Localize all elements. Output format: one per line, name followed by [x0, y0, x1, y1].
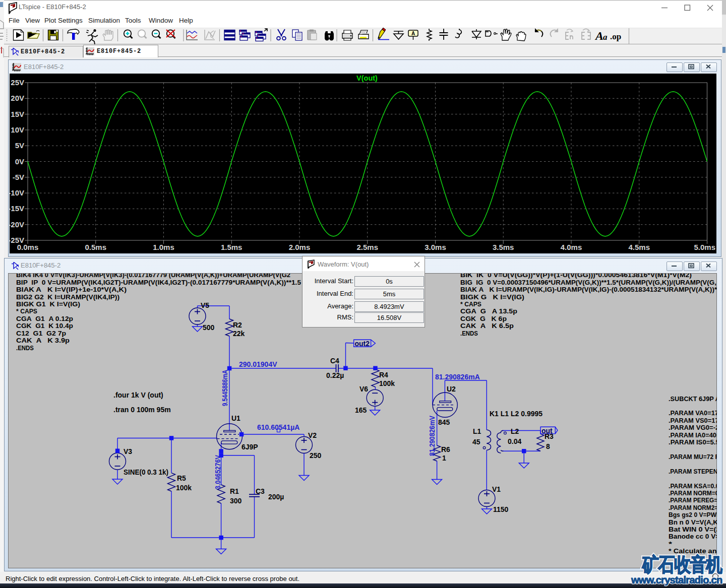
svg-text:R5: R5 — [177, 474, 186, 482]
svg-text:1: 1 — [442, 454, 446, 462]
svg-text:BIAK A K I=V(IP)+1e-10*V(A,K: BIAK A K I=V(IP)+1e-10*V(A,K) — [16, 286, 127, 293]
svg-text:-10V: -10V — [10, 188, 24, 197]
svg-text:.PARAM VA0=170 IA1=.00: .PARAM VA0=170 IA1=.00 — [669, 409, 717, 417]
svg-text:.tran 0 100m 95m: .tran 0 100m 95m — [113, 406, 171, 414]
svg-text:V(out): V(out) — [356, 74, 378, 82]
svg-text:U2: U2 — [447, 385, 456, 393]
svg-text:0.5ms: 0.5ms — [85, 243, 107, 251]
svg-text:V5: V5 — [201, 301, 209, 309]
svg-text:R2: R2 — [233, 321, 242, 329]
svg-text:L1: L1 — [473, 427, 481, 435]
svg-text:BIAK A K I=URAMP(V(IK,IG)-UR: BIAK A K I=URAMP(V(IK,IG)-URAMP(V(IK,IG)… — [460, 286, 717, 293]
svg-text:.four 1k V (out): .four 1k V (out) — [113, 391, 163, 399]
svg-text:Bgs gs2 0 V=PWR(URA: Bgs gs2 0 V=PWR(URA — [669, 511, 717, 518]
svg-text:-15V: -15V — [10, 204, 24, 213]
svg-text:out2: out2 — [355, 340, 370, 348]
svg-text:CGK G K 6p: CGK G K 6p — [460, 315, 507, 322]
svg-text:.ENDS: .ENDS — [16, 344, 34, 352]
svg-text:.PARAM NORM2=0.0055: .PARAM NORM2=0.0055 — [669, 504, 717, 511]
svg-text:R3: R3 — [544, 432, 554, 440]
svg-text:100k: 100k — [176, 484, 192, 492]
svg-text:www.crystalradio.cn: www.crystalradio.cn — [631, 574, 722, 585]
svg-text:CGK G1 K 10.4p: CGK G1 K 10.4p — [16, 322, 73, 330]
svg-text:8: 8 — [546, 442, 550, 450]
svg-text:BIGK G1 K I=V(IG): BIGK G1 K I=V(IG) — [16, 300, 80, 308]
svg-text:A: A — [411, 31, 415, 36]
svg-text:.PARAM IS0=5.5m IS2=.0: .PARAM IS0=5.5m IS2=.0 — [669, 438, 717, 446]
svg-text:K1 L1 L2 0.9995: K1 L1 L2 0.9995 — [490, 410, 542, 418]
svg-text:165: 165 — [355, 406, 367, 414]
svg-text:V3: V3 — [124, 447, 132, 455]
svg-text:3.0ms: 3.0ms — [425, 243, 446, 251]
svg-text:500: 500 — [203, 323, 215, 332]
svg-text:0.04: 0.04 — [508, 437, 521, 445]
svg-text:L2: L2 — [511, 427, 519, 435]
svg-text:BIG2 G2 K I=URAMP(V(IK4,IP)): BIG2 G2 K I=URAMP(V(IK4,IP)) — [16, 293, 119, 301]
svg-text:290.01904V: 290.01904V — [239, 360, 277, 368]
svg-text:610.60541µA: 610.60541µA — [257, 423, 299, 431]
svg-text:845: 845 — [438, 418, 450, 426]
svg-text:.op: .op — [610, 32, 621, 41]
svg-text:BIP IP 0 V=URAMP(V(IK4,IG2T): BIP IP 0 V=URAMP(V(IK4,IG2T)-URAMP(V(IK4… — [16, 279, 301, 286]
svg-text:V2: V2 — [308, 431, 317, 439]
svg-text:* CAPS: * CAPS — [460, 300, 481, 308]
svg-text:C12 G1 G2 7p: C12 G1 G2 7p — [16, 330, 66, 337]
svg-text:.SUBCKT 6J9P A G2 G1 K: .SUBCKT 6J9P A G2 G1 K — [669, 395, 717, 403]
svg-text:0.22µ: 0.22µ — [326, 371, 344, 379]
svg-text:C4: C4 — [330, 357, 339, 365]
svg-text:SINE(0 0.3 1k): SINE(0 0.3 1k) — [124, 468, 168, 476]
svg-text:5V: 5V — [15, 141, 24, 150]
svg-text:矿石收音机: 矿石收音机 — [641, 553, 722, 575]
svg-text:.PARAM MU=72 RGI=200: .PARAM MU=72 RGI=200 — [669, 453, 717, 461]
svg-text:.ENDS: .ENDS — [460, 330, 478, 337]
svg-text:Bat WIN 0 V=(2/3.14159)*: Bat WIN 0 V=(2/3.14159)* — [669, 526, 717, 533]
svg-text:.PARAM PEREG=1.5 KG2: .PARAM PEREG=1.5 KG2 — [669, 496, 717, 504]
svg-text:5.0ms: 5.0ms — [694, 243, 715, 251]
svg-text:R6: R6 — [441, 445, 450, 453]
svg-text:300: 300 — [230, 497, 242, 505]
svg-text:.PARAM KSA=0.0055 KS: .PARAM KSA=0.0055 KS — [669, 482, 717, 490]
svg-text:2.5ms: 2.5ms — [357, 243, 379, 251]
svg-text:1150: 1150 — [493, 505, 509, 513]
svg-text:-20V: -20V — [10, 220, 24, 229]
svg-text:R1: R1 — [230, 487, 239, 495]
svg-text:a: a — [603, 32, 608, 42]
svg-text:U1: U1 — [231, 414, 240, 422]
svg-text:CAK A K 6.5p: CAK A K 6.5p — [460, 322, 514, 330]
svg-text:81.290826mV: 81.290826mV — [428, 415, 436, 456]
svg-text:3.5ms: 3.5ms — [493, 243, 514, 251]
svg-text:.PARAM IA0=40m IA2=.0: .PARAM IA0=40m IA2=.0 — [669, 431, 717, 439]
svg-text:81.290826mA: 81.290826mA — [435, 373, 480, 381]
svg-text:* CAPS: * CAPS — [16, 307, 37, 315]
svg-text:Banode cc 0 V=V(n)*V(g: Banode cc 0 V=V(n)*V(g — [669, 533, 717, 540]
svg-text:*: * — [669, 540, 673, 548]
svg-text:15V: 15V — [11, 110, 24, 118]
svg-text:BIG IG 0 V=0.00037150496*URA: BIG IG 0 V=0.00037150496*URAMP(V(G,K))**… — [460, 279, 716, 286]
svg-text:.PARAM VG0=-2.5 IG1=.0: .PARAM VG0=-2.5 IG1=.0 — [669, 424, 717, 431]
svg-text:20V: 20V — [11, 94, 24, 102]
svg-text:200µ: 200µ — [268, 493, 284, 501]
svg-text:250: 250 — [310, 451, 322, 460]
svg-text:9.5445886mA: 9.5445886mA — [221, 370, 229, 406]
svg-text:4.0ms: 4.0ms — [561, 243, 582, 251]
svg-text:3.0465276V: 3.0465276V — [214, 454, 222, 489]
svg-text:1.5ms: 1.5ms — [221, 243, 243, 251]
svg-text:100k: 100k — [379, 379, 395, 387]
svg-text:BIGK G K I=V(IG): BIGK G K I=V(IG) — [460, 293, 524, 301]
svg-text:.PARAM NORM=0.0055 K: .PARAM NORM=0.0055 K — [669, 489, 717, 497]
svg-text:R4: R4 — [379, 371, 388, 379]
svg-text:Bn n 0 V=V(A,K)+V(G2,K: Bn n 0 V=V(A,K)+V(G2,K — [669, 518, 717, 526]
svg-text:CGA G1 A 0.12p: CGA G1 A 0.12p — [16, 315, 73, 322]
svg-text:-5V: -5V — [13, 173, 24, 181]
svg-text:CGA G A 13.5p: CGA G A 13.5p — [460, 307, 517, 315]
svg-text:45: 45 — [472, 438, 480, 446]
svg-text:22k: 22k — [233, 330, 245, 338]
svg-text:25V: 25V — [11, 78, 24, 87]
svg-text:.PARAM STEPEN=1.5 KP: .PARAM STEPEN=1.5 KP — [669, 468, 717, 475]
svg-text:V6: V6 — [359, 385, 368, 393]
svg-text:CAK A K 3.9p: CAK A K 3.9p — [16, 337, 70, 344]
svg-text:10V: 10V — [11, 125, 24, 134]
svg-text:C3: C3 — [256, 487, 265, 495]
svg-text:V1: V1 — [492, 485, 501, 493]
svg-text:6J9P: 6J9P — [241, 443, 258, 451]
